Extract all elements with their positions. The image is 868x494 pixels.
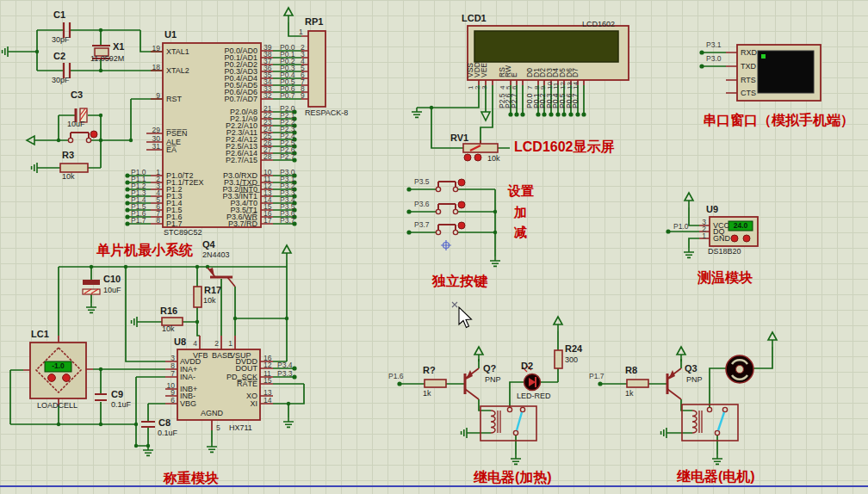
component-ref: Q3: [685, 364, 698, 373]
pin-name: AGND: [201, 409, 223, 417]
pin-or-net-label: 32: [264, 91, 271, 100]
sheet-border: [0, 485, 868, 487]
component-value: 10uF: [67, 120, 85, 128]
component-value: 10uF: [103, 286, 121, 294]
proteus-schematic-canvas[interactable]: C130pFC230pFX111.0592M19189C310uFR310kU1…: [0, 0, 868, 494]
key-label-sub: 减: [514, 225, 527, 241]
reset-terminal-arrow: [27, 136, 34, 145]
component-ref: LCD1: [462, 14, 487, 22]
pin-name: GND: [713, 234, 730, 243]
component-ref: D2: [521, 361, 533, 370]
component-value: DS18B20: [708, 247, 741, 256]
motor[interactable]: [726, 355, 753, 383]
weight-down-button: [63, 374, 71, 382]
transistor-q-heat[interactable]: [465, 368, 479, 399]
component-ref: C8: [158, 418, 170, 427]
component-ref: Q4: [202, 240, 215, 249]
component-value: 1k: [423, 389, 431, 398]
pin-or-net-label: 15: [264, 376, 271, 385]
component-value: LOADCELL: [37, 401, 78, 410]
pin-or-net-label: P3.3: [277, 369, 293, 378]
section-title-lcd: LCD1602显示屏: [514, 139, 614, 157]
component-ref: C10: [103, 275, 121, 283]
pin-name: TXD: [741, 62, 756, 71]
pin-or-net-label: 28: [264, 152, 271, 161]
component-ref: R17: [204, 286, 221, 294]
button-actuator: [458, 222, 465, 229]
pin-or-net-label: 8: [156, 216, 160, 225]
pin-or-net-label: 14: [264, 396, 271, 404]
pot-increase: [474, 154, 481, 161]
section-title-temp: 测温模块: [698, 269, 753, 287]
pin-name: P0.7/AD7: [224, 95, 257, 103]
pin-or-net-label: P3.5: [414, 177, 430, 186]
pin-or-net-label: 18: [152, 63, 160, 71]
pin-or-net-label: 1: [299, 28, 303, 36]
pin-or-net-label: P0.7: [280, 91, 295, 100]
relay-heat[interactable]: [480, 406, 536, 441]
button-actuator: [458, 179, 465, 186]
component-value: LCD1602: [582, 20, 615, 28]
component-value: PNP: [686, 375, 703, 384]
pin-name-vertical: P2.7: [510, 94, 518, 109]
resistor-r17[interactable]: [194, 287, 202, 307]
component-ref: Q?: [483, 364, 496, 373]
relay-lever: [718, 412, 724, 430]
pin-name-vertical: E: [510, 72, 518, 77]
wires: [10, 22, 772, 454]
respack-rp1[interactable]: [308, 31, 326, 107]
pin-or-net-label: 17: [264, 216, 271, 225]
capacitor-c8[interactable]: [141, 422, 155, 427]
pot-decrease: [464, 154, 471, 161]
pin-or-net-label: 2: [214, 339, 219, 348]
component-ref: C1: [53, 10, 65, 19]
section-title-relay-heat: 继电器(加热): [474, 469, 552, 487]
pin-or-net-label: 7: [170, 369, 175, 378]
relay-lever: [517, 412, 522, 430]
mouse-cursor-icon: [459, 307, 472, 328]
component-value: 11.0592M: [90, 54, 124, 63]
component-value: 10k: [203, 296, 216, 305]
button-actuator: [458, 201, 465, 208]
pin-or-net-label: P1.7: [131, 216, 146, 225]
component-value: 300: [565, 355, 578, 364]
component-value: 30pF: [52, 76, 70, 84]
component-ref: RV1: [450, 133, 468, 142]
pin-name: INA-: [180, 373, 195, 381]
section-title-serial: 串口窗口（模拟手机端）: [703, 112, 854, 130]
lcd-screen: [474, 31, 618, 62]
component-value: HX711: [229, 423, 252, 432]
resistor-r24[interactable]: [555, 350, 562, 368]
pin-number-vertical: 6: [511, 86, 519, 90]
component-value: 10k: [62, 172, 75, 181]
pin-name: VBG: [180, 399, 196, 408]
pin-or-net-label: 6: [170, 396, 175, 404]
capacitor-c10[interactable]: [83, 280, 100, 294]
ds18b20-reading: 24.0: [728, 221, 753, 231]
capacitor-c9[interactable]: [95, 394, 107, 400]
pin-name: XTAL2: [166, 66, 189, 75]
component-ref: R8: [625, 366, 637, 374]
serial-screen: [758, 51, 814, 93]
pin-name: E̅A̅: [166, 145, 177, 154]
weight-up-button: [48, 374, 56, 382]
pin-name: XTAL1: [166, 47, 189, 56]
pin-or-net-label: 29: [152, 126, 160, 134]
pin-or-net-label: 9: [156, 91, 160, 100]
component-value: RESPACK-8: [305, 108, 348, 117]
pin-or-net-label: P3.1: [706, 40, 722, 49]
transistor-q3[interactable]: [667, 368, 681, 399]
component-ref: C9: [111, 390, 123, 398]
pin-or-net-label: 12: [264, 361, 271, 369]
resistor-r-heat[interactable]: [425, 380, 446, 387]
resistor-r3[interactable]: [60, 164, 88, 172]
pin-or-net-label: P2.7: [280, 152, 295, 161]
pin-or-net-label: P3.4: [277, 361, 293, 369]
pin-or-net-label: 9: [301, 91, 305, 100]
resistor-r8[interactable]: [627, 380, 648, 387]
x-marker-icon: [452, 302, 457, 307]
pin-or-net-label: P3.0: [706, 54, 722, 63]
pin-or-net-label: 4: [193, 339, 197, 348]
temp-down-button: [743, 235, 750, 242]
temp-up-button: [731, 235, 738, 242]
